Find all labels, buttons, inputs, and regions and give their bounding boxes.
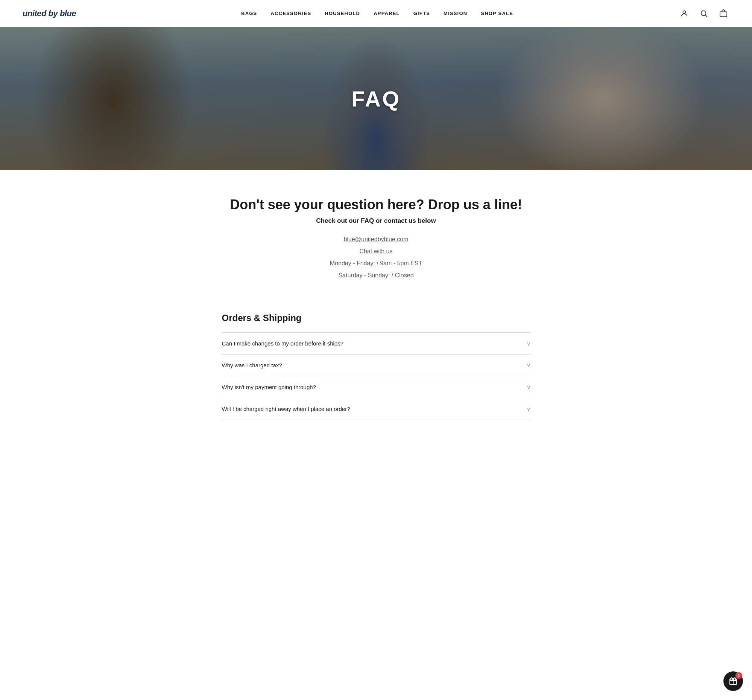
contact-weekday-hours: Monday - Friday: / 9am - 5pm EST [330, 260, 422, 267]
faq-section: Orders & Shipping Can I make changes to … [207, 313, 545, 420]
svg-point-1 [701, 11, 706, 16]
site-header: united by blue BAGS ACCESSORIES HOUSEHOL… [0, 0, 752, 27]
chevron-down-icon-4: ∨ [527, 406, 530, 412]
faq-question-1: Can I make changes to my order before it… [222, 340, 344, 347]
faq-question-3: Why isn't my payment going through? [222, 384, 316, 390]
chevron-down-icon-1: ∨ [527, 341, 530, 347]
nav-bags[interactable]: BAGS [241, 11, 257, 16]
faq-category-orders-shipping: Orders & Shipping [222, 313, 530, 323]
search-icon [700, 9, 708, 18]
main-nav: BAGS ACCESSORIES HOUSEHOLD APPAREL GIFTS… [241, 11, 513, 16]
svg-rect-3 [720, 12, 727, 17]
faq-item-4[interactable]: Will I be charged right away when I plac… [222, 398, 530, 420]
contact-section: Don't see your question here? Drop us a … [207, 170, 545, 302]
svg-line-2 [705, 15, 707, 17]
chevron-down-icon-2: ∨ [527, 362, 530, 369]
brand-logo[interactable]: united by blue [23, 9, 76, 19]
faq-question-4: Will I be charged right away when I plac… [222, 406, 350, 412]
cart-button[interactable] [718, 8, 729, 20]
header-icons [678, 8, 729, 20]
chevron-down-icon-3: ∨ [527, 384, 530, 390]
contact-info: blue@unitedbyblue.com Chat with us Monda… [222, 236, 530, 279]
hero-section: FAQ [0, 27, 752, 170]
login-button[interactable] [678, 8, 690, 20]
faq-question-2: Why was I charged tax? [222, 362, 282, 369]
contact-chat[interactable]: Chat with us [359, 248, 392, 255]
nav-household[interactable]: HOUSEHOLD [325, 11, 360, 16]
contact-subheading: Check out our FAQ or contact us below [222, 217, 530, 225]
hero-title: FAQ [351, 86, 401, 111]
faq-item-3[interactable]: Why isn't my payment going through? ∨ [222, 376, 530, 398]
nav-shop-sale[interactable]: SHOP SALE [481, 11, 513, 16]
faq-item-1[interactable]: Can I make changes to my order before it… [222, 332, 530, 354]
nav-accessories[interactable]: ACCESSORIES [270, 11, 311, 16]
cart-icon [719, 9, 727, 18]
contact-weekend-hours: Saturday - Sunday: / Closed [338, 272, 413, 279]
nav-mission[interactable]: MISSION [444, 11, 467, 16]
search-button[interactable] [698, 8, 710, 20]
person-icon [680, 9, 688, 18]
contact-heading: Don't see your question here? Drop us a … [222, 196, 530, 213]
faq-item-2[interactable]: Why was I charged tax? ∨ [222, 354, 530, 376]
contact-email[interactable]: blue@unitedbyblue.com [344, 236, 409, 243]
nav-apparel[interactable]: APPAREL [374, 11, 400, 16]
nav-gifts[interactable]: GIFTS [413, 11, 430, 16]
svg-point-0 [683, 11, 685, 13]
